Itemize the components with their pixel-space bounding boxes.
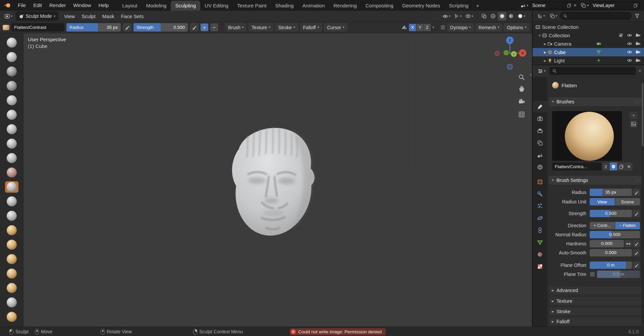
direction-subtract-button[interactable]: −	[210, 23, 218, 31]
mode-select[interactable]: Sculpt Mode ▾	[16, 12, 58, 20]
radius-value-slider[interactable]: 35 px	[590, 189, 632, 196]
normal-radius-slider[interactable]: 0.500	[590, 231, 640, 238]
new-view-layer-icon[interactable]	[633, 3, 638, 8]
overlays-toggle-button[interactable]: ▾	[464, 12, 475, 20]
unlink-brush-button[interactable]: ✕	[625, 162, 633, 171]
brush-name-field[interactable]: Flatten/Contrast	[11, 23, 64, 32]
tab-layout[interactable]: Layout	[118, 1, 142, 11]
auto-smooth-slider[interactable]: 0.000	[590, 249, 632, 256]
sculpted-head-mesh[interactable]	[208, 118, 324, 239]
blender-logo-icon[interactable]	[3, 2, 11, 8]
view-layer-field[interactable]: ViewLayer	[590, 2, 640, 9]
auto-smooth-pressure-button[interactable]	[633, 249, 640, 256]
toggle-orthographic-button[interactable]	[517, 110, 526, 119]
direction-flatten-button[interactable]: − Flatten	[615, 222, 640, 229]
strength-slider[interactable]: Strength 0.500	[133, 23, 188, 32]
radius-pressure-button[interactable]	[123, 23, 131, 32]
radius-unit-view-button[interactable]: View	[590, 198, 615, 205]
brush-clay-thumb-icon[interactable]	[5, 95, 18, 106]
tab-scripting[interactable]: Scripting	[444, 1, 473, 11]
tab-tool[interactable]	[533, 101, 547, 112]
outliner-row-collection[interactable]: ▼ Collection	[533, 31, 644, 40]
view-layer-caret-icon[interactable]: ▾	[587, 4, 589, 7]
tab-scene[interactable]	[533, 149, 547, 161]
direction-contrast-button[interactable]: + Contr...	[590, 222, 615, 229]
expand-icon[interactable]: ▼	[537, 34, 542, 37]
hide-eye-icon[interactable]	[627, 41, 632, 46]
strength-pressure-button[interactable]	[190, 23, 199, 32]
xray-toggle-button[interactable]	[480, 12, 488, 20]
sidebar-collapse-icon[interactable]: ‹	[530, 71, 532, 77]
symmetry-x-toggle[interactable]: X	[409, 24, 416, 31]
menu-window[interactable]: Window	[69, 0, 95, 11]
plane-trim-slider[interactable]: 0.5 m	[597, 271, 640, 278]
disable-render-camera-icon[interactable]	[635, 33, 641, 38]
texture-panel-header[interactable]: ▶ Texture	[549, 297, 642, 305]
hardness-invert-pressure-button[interactable]	[625, 240, 632, 247]
expand-icon[interactable]: ▶	[543, 59, 547, 62]
properties-search-input[interactable]	[558, 68, 633, 74]
scene-icon[interactable]	[520, 3, 526, 8]
view-layer-icon[interactable]	[581, 3, 586, 8]
radius-pressure-button[interactable]	[633, 189, 640, 196]
disable-render-camera-icon[interactable]	[635, 58, 641, 63]
panel-drag-handle-icon[interactable]: ::::	[634, 178, 640, 182]
tab-texture[interactable]	[533, 261, 547, 272]
brush-clay-strips-icon[interactable]	[5, 80, 18, 92]
tab-material[interactable]	[533, 249, 547, 260]
camera-view-button[interactable]	[517, 97, 526, 106]
tab-object-data[interactable]	[533, 237, 547, 248]
brush-draw-icon[interactable]	[5, 37, 18, 48]
brush-clay-icon[interactable]	[5, 66, 18, 77]
hardness-pressure-button[interactable]	[633, 240, 640, 247]
menu-sculpt[interactable]: Sculpt	[78, 11, 99, 22]
brush-layer-icon[interactable]	[5, 109, 18, 121]
duplicate-brush-button[interactable]	[618, 162, 625, 171]
menu-face-sets[interactable]: Face Sets	[118, 11, 147, 22]
symmetry-y-toggle[interactable]: Y	[416, 24, 423, 31]
brush-slide-relax-icon[interactable]	[5, 311, 18, 323]
menu-view[interactable]: View	[61, 11, 78, 22]
tab-world[interactable]	[533, 161, 547, 173]
outliner-editor-type-button[interactable]: ▾	[535, 12, 547, 20]
outliner-row-scene-collection[interactable]: Scene Collection	[533, 23, 644, 31]
tab-geometry-nodes[interactable]: Geometry Nodes	[398, 1, 444, 11]
new-scene-icon[interactable]	[567, 3, 572, 8]
brush-pose-icon[interactable]	[5, 268, 18, 279]
tab-rendering[interactable]: Rendering	[329, 1, 361, 11]
brush-rotate-icon[interactable]	[5, 297, 18, 308]
shading-wireframe-button[interactable]	[489, 12, 497, 20]
brush-datablock-icon[interactable]	[3, 25, 9, 30]
brush-popover[interactable]: Brush▾	[225, 23, 247, 32]
plane-offset-pressure-button[interactable]	[633, 261, 640, 269]
cursor-popover[interactable]: Cursor▾	[324, 23, 347, 32]
shading-rendered-button[interactable]: ▾	[516, 12, 527, 20]
hardness-slider[interactable]: 0.000	[590, 240, 624, 247]
tab-compositing[interactable]: Compositing	[361, 1, 398, 11]
radius-unit-scene-button[interactable]: Scene	[615, 198, 640, 205]
radius-slider[interactable]: Radius 35 px	[66, 23, 121, 32]
editor-type-button[interactable]: ▾	[3, 12, 14, 20]
tab-output[interactable]	[533, 125, 547, 137]
direction-add-button[interactable]: +	[201, 23, 208, 31]
tab-shading[interactable]: Shading	[271, 1, 298, 11]
brush-users-count-button[interactable]: 2	[602, 162, 609, 171]
exclude-checkbox[interactable]	[619, 33, 623, 38]
plane-trim-checkbox[interactable]	[590, 272, 595, 277]
scene-name-field[interactable]: Scene ✕	[529, 2, 579, 9]
outliner-row-cube[interactable]: ▶ Cube	[533, 48, 644, 56]
view-axis-gizmo[interactable]: Z X Y	[493, 34, 527, 71]
brush-thumb-icon[interactable]	[5, 253, 18, 265]
texture-popover[interactable]: Texture▾	[249, 23, 273, 32]
menu-mask[interactable]: Mask	[99, 11, 117, 22]
brush-settings-panel-header[interactable]: ▼ Brush Settings ::::	[549, 176, 642, 185]
tab-view-layer[interactable]	[533, 137, 547, 149]
outliner-filter-button[interactable]	[633, 12, 641, 20]
plane-offset-slider[interactable]: 0 m	[590, 261, 632, 269]
object-visibility-button[interactable]: ▾	[441, 12, 452, 20]
tab-constraints[interactable]	[533, 225, 547, 236]
shading-solid-button[interactable]	[498, 12, 506, 20]
brush-nudge-icon[interactable]	[5, 282, 18, 294]
properties-scrollbar[interactable]	[642, 79, 643, 324]
falloff-popover[interactable]: Falloff▾	[300, 23, 322, 32]
